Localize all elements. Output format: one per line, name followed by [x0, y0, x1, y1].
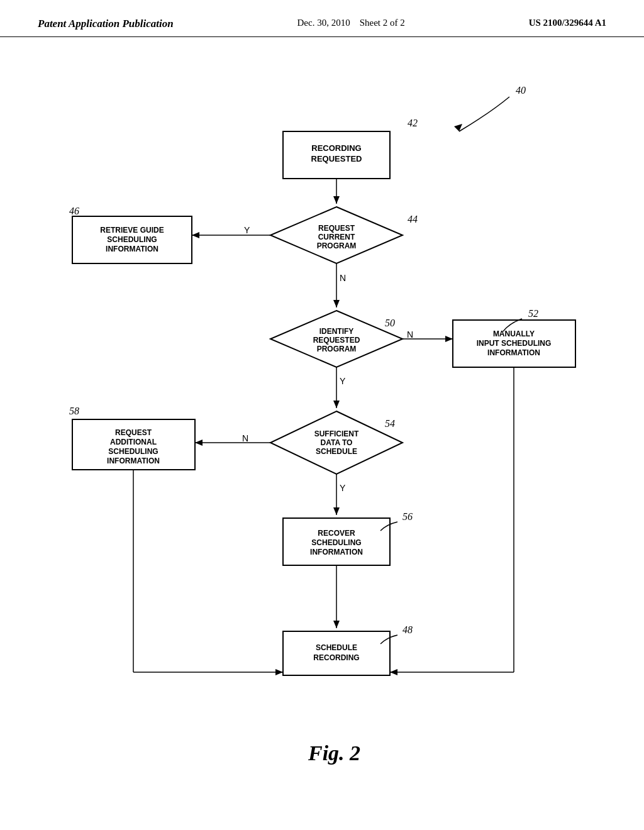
- label-y-50: Y: [340, 376, 346, 386]
- ref-54: 54: [385, 418, 395, 429]
- label-req-add-1: REQUEST: [115, 428, 152, 437]
- label-manually-2: INPUT SCHEDULING: [477, 339, 552, 348]
- header-publication-label: Patent Application Publication: [38, 18, 174, 30]
- ref-56: 56: [402, 511, 413, 522]
- label-recording-requested: RECORDING: [311, 143, 361, 153]
- label-sufficient-3: SCHEDULE: [316, 447, 357, 456]
- header-patent-number: US 2100/329644 A1: [529, 18, 606, 28]
- label-n-50: N: [407, 329, 413, 340]
- label-manually-1: MANUALLY: [493, 329, 535, 338]
- header-sheet: Sheet 2 of 2: [360, 18, 405, 28]
- brace-48: [380, 635, 397, 644]
- flowchart-svg: 40 42 RECORDING REQUESTED 44 REQUEST CUR…: [0, 37, 644, 779]
- arrowhead-52-bottom: [390, 669, 397, 675]
- ref-50: 50: [385, 318, 395, 328]
- label-manually-3: INFORMATION: [487, 348, 540, 357]
- label-schedule-1: SCHEDULE: [316, 643, 357, 652]
- header-date-sheet: Dec. 30, 2010 Sheet 2 of 2: [297, 18, 405, 28]
- label-y-44: Y: [244, 225, 250, 235]
- label-recording-requested-2: REQUESTED: [311, 154, 362, 163]
- diagram-area: 40 42 RECORDING REQUESTED 44 REQUEST CUR…: [0, 37, 644, 779]
- label-recover-3: INFORMATION: [310, 548, 363, 556]
- arrowhead-56-48: [333, 621, 340, 628]
- label-req-add-4: INFORMATION: [107, 456, 160, 465]
- label-retrieve-guide-1: RETRIEVE GUIDE: [100, 226, 164, 235]
- arrowhead-54-56: [333, 507, 340, 515]
- arrowhead-58-bottom: [275, 669, 283, 675]
- fig-caption: Fig. 2: [308, 741, 360, 765]
- label-schedule-2: RECORDING: [313, 653, 359, 662]
- label-recover-2: SCHEDULING: [311, 538, 361, 547]
- arrowhead-42-44: [333, 196, 340, 204]
- label-identify-3: PROGRAM: [317, 345, 357, 353]
- ref-58: 58: [69, 406, 79, 416]
- label-request-current-1: REQUEST: [318, 224, 355, 233]
- label-identify-1: IDENTIFY: [319, 327, 354, 336]
- ref-40: 40: [516, 85, 526, 96]
- label-retrieve-guide-3: INFORMATION: [106, 245, 158, 253]
- arrowhead-44-46: [192, 232, 199, 238]
- label-sufficient-1: SUFFICIENT: [314, 429, 359, 438]
- label-request-current-2: CURRENT: [318, 233, 355, 241]
- ref-52: 52: [528, 308, 538, 319]
- label-recover-1: RECOVER: [318, 529, 355, 538]
- ref-46: 46: [69, 206, 79, 216]
- label-retrieve-guide-2: SCHEDULING: [107, 235, 157, 244]
- arrowhead-54-58: [195, 440, 203, 446]
- ref-42: 42: [408, 118, 418, 128]
- label-req-add-3: SCHEDULING: [108, 447, 158, 456]
- arrowhead-50-52: [445, 336, 453, 342]
- label-request-current-3: PROGRAM: [317, 241, 357, 250]
- label-n-54: N: [242, 433, 248, 443]
- label-y-54: Y: [340, 483, 346, 493]
- label-identify-2: REQUESTED: [313, 336, 360, 345]
- ref-48: 48: [402, 624, 413, 635]
- brace-56: [380, 522, 397, 531]
- label-req-add-2: ADDITIONAL: [110, 438, 157, 446]
- arrow-40: [459, 97, 509, 131]
- arrowhead-50-54: [333, 401, 340, 408]
- header-date: Dec. 30, 2010: [297, 18, 350, 28]
- label-sufficient-2: DATA TO: [321, 438, 353, 447]
- arrowhead-44-50: [333, 300, 340, 307]
- page-header: Patent Application Publication Dec. 30, …: [0, 0, 644, 37]
- ref-44: 44: [408, 214, 418, 224]
- label-n-44: N: [340, 273, 346, 283]
